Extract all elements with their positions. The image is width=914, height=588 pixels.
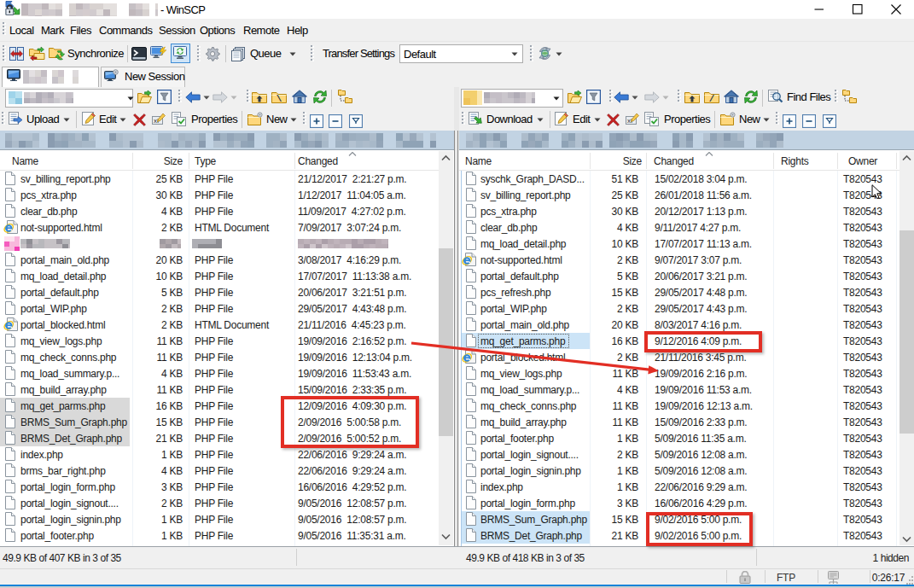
svg-text:\: \ (277, 94, 282, 104)
svg-text:/: / (709, 94, 715, 104)
